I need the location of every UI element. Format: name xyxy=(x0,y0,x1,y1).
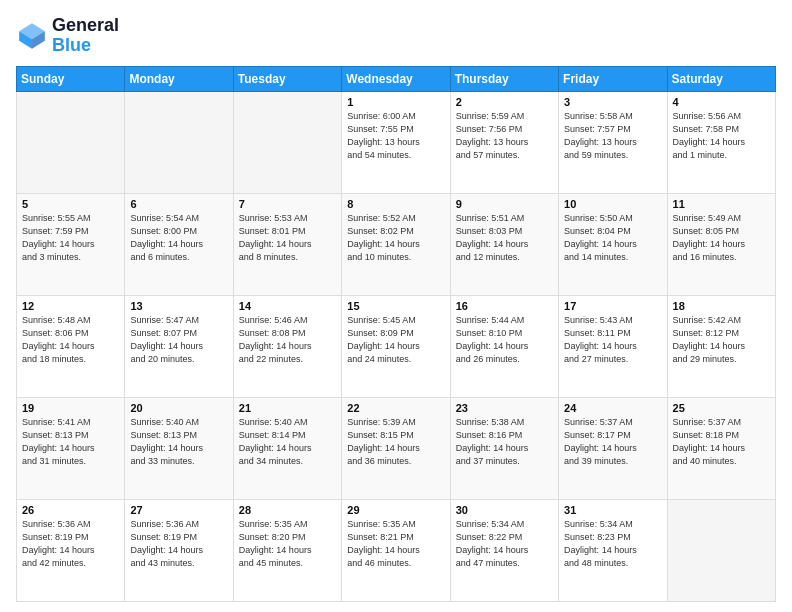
calendar-header-friday: Friday xyxy=(559,66,667,91)
day-number: 9 xyxy=(456,198,553,210)
calendar-cell: 25Sunrise: 5:37 AM Sunset: 8:18 PM Dayli… xyxy=(667,397,775,499)
day-number: 21 xyxy=(239,402,336,414)
calendar-cell: 29Sunrise: 5:35 AM Sunset: 8:21 PM Dayli… xyxy=(342,499,450,601)
calendar-week-4: 19Sunrise: 5:41 AM Sunset: 8:13 PM Dayli… xyxy=(17,397,776,499)
calendar-week-5: 26Sunrise: 5:36 AM Sunset: 8:19 PM Dayli… xyxy=(17,499,776,601)
calendar-cell: 5Sunrise: 5:55 AM Sunset: 7:59 PM Daylig… xyxy=(17,193,125,295)
calendar-cell: 23Sunrise: 5:38 AM Sunset: 8:16 PM Dayli… xyxy=(450,397,558,499)
calendar-cell: 30Sunrise: 5:34 AM Sunset: 8:22 PM Dayli… xyxy=(450,499,558,601)
calendar-week-3: 12Sunrise: 5:48 AM Sunset: 8:06 PM Dayli… xyxy=(17,295,776,397)
day-info: Sunrise: 5:46 AM Sunset: 8:08 PM Dayligh… xyxy=(239,314,336,366)
calendar-header-row: SundayMondayTuesdayWednesdayThursdayFrid… xyxy=(17,66,776,91)
day-number: 14 xyxy=(239,300,336,312)
calendar-cell: 9Sunrise: 5:51 AM Sunset: 8:03 PM Daylig… xyxy=(450,193,558,295)
calendar-table: SundayMondayTuesdayWednesdayThursdayFrid… xyxy=(16,66,776,602)
day-info: Sunrise: 5:53 AM Sunset: 8:01 PM Dayligh… xyxy=(239,212,336,264)
calendar-cell: 12Sunrise: 5:48 AM Sunset: 8:06 PM Dayli… xyxy=(17,295,125,397)
day-info: Sunrise: 5:40 AM Sunset: 8:13 PM Dayligh… xyxy=(130,416,227,468)
calendar-week-1: 1Sunrise: 6:00 AM Sunset: 7:55 PM Daylig… xyxy=(17,91,776,193)
day-info: Sunrise: 5:49 AM Sunset: 8:05 PM Dayligh… xyxy=(673,212,770,264)
day-number: 3 xyxy=(564,96,661,108)
calendar-cell: 15Sunrise: 5:45 AM Sunset: 8:09 PM Dayli… xyxy=(342,295,450,397)
calendar-header-wednesday: Wednesday xyxy=(342,66,450,91)
calendar-cell: 6Sunrise: 5:54 AM Sunset: 8:00 PM Daylig… xyxy=(125,193,233,295)
day-number: 12 xyxy=(22,300,119,312)
header: General Blue xyxy=(16,16,776,56)
calendar-cell: 3Sunrise: 5:58 AM Sunset: 7:57 PM Daylig… xyxy=(559,91,667,193)
day-number: 5 xyxy=(22,198,119,210)
calendar-cell: 26Sunrise: 5:36 AM Sunset: 8:19 PM Dayli… xyxy=(17,499,125,601)
day-info: Sunrise: 5:45 AM Sunset: 8:09 PM Dayligh… xyxy=(347,314,444,366)
calendar-cell: 18Sunrise: 5:42 AM Sunset: 8:12 PM Dayli… xyxy=(667,295,775,397)
day-info: Sunrise: 5:42 AM Sunset: 8:12 PM Dayligh… xyxy=(673,314,770,366)
day-number: 26 xyxy=(22,504,119,516)
calendar-cell: 21Sunrise: 5:40 AM Sunset: 8:14 PM Dayli… xyxy=(233,397,341,499)
day-number: 31 xyxy=(564,504,661,516)
calendar-header-thursday: Thursday xyxy=(450,66,558,91)
day-info: Sunrise: 5:48 AM Sunset: 8:06 PM Dayligh… xyxy=(22,314,119,366)
day-number: 22 xyxy=(347,402,444,414)
calendar-cell xyxy=(17,91,125,193)
calendar-cell: 31Sunrise: 5:34 AM Sunset: 8:23 PM Dayli… xyxy=(559,499,667,601)
calendar-cell: 27Sunrise: 5:36 AM Sunset: 8:19 PM Dayli… xyxy=(125,499,233,601)
day-info: Sunrise: 5:35 AM Sunset: 8:20 PM Dayligh… xyxy=(239,518,336,570)
logo-icon xyxy=(16,20,48,52)
calendar-cell: 22Sunrise: 5:39 AM Sunset: 8:15 PM Dayli… xyxy=(342,397,450,499)
day-info: Sunrise: 5:35 AM Sunset: 8:21 PM Dayligh… xyxy=(347,518,444,570)
day-number: 8 xyxy=(347,198,444,210)
day-number: 6 xyxy=(130,198,227,210)
calendar-cell: 20Sunrise: 5:40 AM Sunset: 8:13 PM Dayli… xyxy=(125,397,233,499)
logo-text: General Blue xyxy=(52,16,119,56)
day-number: 25 xyxy=(673,402,770,414)
day-number: 1 xyxy=(347,96,444,108)
day-info: Sunrise: 5:58 AM Sunset: 7:57 PM Dayligh… xyxy=(564,110,661,162)
day-number: 4 xyxy=(673,96,770,108)
day-number: 17 xyxy=(564,300,661,312)
calendar-week-2: 5Sunrise: 5:55 AM Sunset: 7:59 PM Daylig… xyxy=(17,193,776,295)
day-info: Sunrise: 5:40 AM Sunset: 8:14 PM Dayligh… xyxy=(239,416,336,468)
calendar-cell: 11Sunrise: 5:49 AM Sunset: 8:05 PM Dayli… xyxy=(667,193,775,295)
calendar-cell: 28Sunrise: 5:35 AM Sunset: 8:20 PM Dayli… xyxy=(233,499,341,601)
day-info: Sunrise: 5:37 AM Sunset: 8:18 PM Dayligh… xyxy=(673,416,770,468)
calendar-header-monday: Monday xyxy=(125,66,233,91)
day-info: Sunrise: 5:59 AM Sunset: 7:56 PM Dayligh… xyxy=(456,110,553,162)
calendar-header-tuesday: Tuesday xyxy=(233,66,341,91)
day-info: Sunrise: 5:51 AM Sunset: 8:03 PM Dayligh… xyxy=(456,212,553,264)
day-info: Sunrise: 5:39 AM Sunset: 8:15 PM Dayligh… xyxy=(347,416,444,468)
day-info: Sunrise: 5:55 AM Sunset: 7:59 PM Dayligh… xyxy=(22,212,119,264)
day-info: Sunrise: 5:34 AM Sunset: 8:23 PM Dayligh… xyxy=(564,518,661,570)
day-number: 7 xyxy=(239,198,336,210)
calendar-cell: 13Sunrise: 5:47 AM Sunset: 8:07 PM Dayli… xyxy=(125,295,233,397)
calendar-cell: 8Sunrise: 5:52 AM Sunset: 8:02 PM Daylig… xyxy=(342,193,450,295)
calendar-cell: 4Sunrise: 5:56 AM Sunset: 7:58 PM Daylig… xyxy=(667,91,775,193)
calendar-header-sunday: Sunday xyxy=(17,66,125,91)
day-info: Sunrise: 5:43 AM Sunset: 8:11 PM Dayligh… xyxy=(564,314,661,366)
calendar-cell: 7Sunrise: 5:53 AM Sunset: 8:01 PM Daylig… xyxy=(233,193,341,295)
page: General Blue SundayMondayTuesdayWednesda… xyxy=(0,0,792,612)
calendar-cell xyxy=(125,91,233,193)
day-number: 15 xyxy=(347,300,444,312)
day-info: Sunrise: 5:37 AM Sunset: 8:17 PM Dayligh… xyxy=(564,416,661,468)
calendar-cell: 14Sunrise: 5:46 AM Sunset: 8:08 PM Dayli… xyxy=(233,295,341,397)
day-number: 11 xyxy=(673,198,770,210)
calendar-cell: 1Sunrise: 6:00 AM Sunset: 7:55 PM Daylig… xyxy=(342,91,450,193)
day-number: 24 xyxy=(564,402,661,414)
day-info: Sunrise: 5:52 AM Sunset: 8:02 PM Dayligh… xyxy=(347,212,444,264)
day-number: 16 xyxy=(456,300,553,312)
calendar-cell: 17Sunrise: 5:43 AM Sunset: 8:11 PM Dayli… xyxy=(559,295,667,397)
day-number: 2 xyxy=(456,96,553,108)
day-number: 19 xyxy=(22,402,119,414)
day-info: Sunrise: 5:41 AM Sunset: 8:13 PM Dayligh… xyxy=(22,416,119,468)
calendar-cell: 19Sunrise: 5:41 AM Sunset: 8:13 PM Dayli… xyxy=(17,397,125,499)
day-number: 29 xyxy=(347,504,444,516)
calendar-cell: 24Sunrise: 5:37 AM Sunset: 8:17 PM Dayli… xyxy=(559,397,667,499)
day-number: 27 xyxy=(130,504,227,516)
day-number: 10 xyxy=(564,198,661,210)
day-info: Sunrise: 5:50 AM Sunset: 8:04 PM Dayligh… xyxy=(564,212,661,264)
day-info: Sunrise: 5:34 AM Sunset: 8:22 PM Dayligh… xyxy=(456,518,553,570)
calendar-cell: 10Sunrise: 5:50 AM Sunset: 8:04 PM Dayli… xyxy=(559,193,667,295)
calendar-cell: 2Sunrise: 5:59 AM Sunset: 7:56 PM Daylig… xyxy=(450,91,558,193)
day-info: Sunrise: 5:36 AM Sunset: 8:19 PM Dayligh… xyxy=(22,518,119,570)
logo: General Blue xyxy=(16,16,119,56)
day-info: Sunrise: 5:54 AM Sunset: 8:00 PM Dayligh… xyxy=(130,212,227,264)
